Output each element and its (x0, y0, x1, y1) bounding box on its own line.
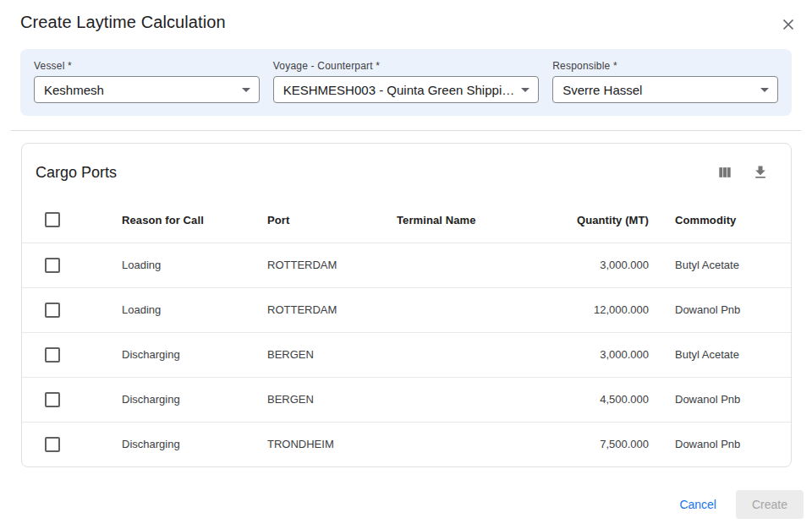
cell-port: TRONDHEIM (267, 422, 397, 466)
table-row: Loading ROTTERDAM 12,000.000 Dowanol Pnb (22, 287, 791, 332)
header-commodity: Commodity (649, 198, 791, 243)
header-quantity-mt: Quantity (MT) (528, 198, 649, 243)
voyage-counterpart-field: Voyage - Counterpart * KESHMESH003 - Qui… (273, 60, 539, 103)
cell-port: ROTTERDAM (267, 243, 397, 287)
cell-port: BERGEN (267, 332, 397, 377)
select-all-checkbox[interactable] (45, 212, 60, 227)
vessel-select[interactable]: Keshmesh (34, 76, 260, 103)
row-checkbox[interactable] (45, 392, 60, 407)
table-row: Discharging BERGEN 3,000.000 Butyl Aceta… (22, 332, 791, 377)
cell-quantity-mt: 7,500.000 (528, 422, 649, 466)
voyage-counterpart-label: Voyage - Counterpart * (273, 60, 539, 72)
section-divider (11, 130, 801, 131)
cancel-button[interactable]: Cancel (666, 490, 730, 519)
cell-reason-for-call: Discharging (122, 377, 267, 422)
cargo-ports-title: Cargo Ports (36, 164, 117, 182)
close-icon[interactable] (778, 14, 798, 35)
cell-terminal-name (397, 287, 528, 332)
cell-commodity: Dowanol Pnb (649, 287, 791, 332)
row-checkbox[interactable] (45, 347, 60, 363)
page-title: Create Laytime Calculation (20, 13, 226, 32)
header-terminal-name: Terminal Name (397, 198, 528, 243)
row-checkbox[interactable] (45, 437, 60, 452)
cell-commodity: Butyl Acetate (649, 243, 791, 287)
cargo-ports-table: Reason for Call Port Terminal Name Quant… (22, 198, 791, 466)
cell-quantity-mt: 3,000.000 (528, 243, 649, 287)
dialog-footer: Cancel Create (0, 467, 812, 519)
cargo-ports-card: Cargo Ports (21, 143, 792, 467)
cell-terminal-name (397, 422, 528, 466)
cargo-ports-header: Cargo Ports (22, 144, 791, 198)
cell-reason-for-call: Loading (122, 243, 267, 287)
cell-port: BERGEN (267, 377, 397, 422)
cell-quantity-mt: 12,000.000 (528, 287, 649, 332)
table-row: Discharging TRONDHEIM 7,500.000 Dowanol … (22, 422, 791, 466)
cell-commodity: Dowanol Pnb (649, 422, 791, 466)
responsible-field: Responsible * Sverre Hassel (552, 60, 778, 103)
responsible-label: Responsible * (552, 60, 778, 72)
cell-reason-for-call: Discharging (122, 422, 267, 466)
vessel-value: Keshmesh (44, 83, 235, 97)
row-checkbox[interactable] (45, 303, 60, 318)
voyage-counterpart-value: KESHMESH003 - Quinta Green Shippi… (283, 83, 514, 97)
cell-terminal-name (397, 243, 528, 287)
table-row: Loading ROTTERDAM 3,000.000 Butyl Acetat… (22, 243, 791, 287)
voyage-counterpart-select[interactable]: KESHMESH003 - Quinta Green Shippi… (273, 76, 539, 103)
cell-reason-for-call: Discharging (122, 332, 267, 377)
responsible-value: Sverre Hassel (562, 83, 754, 97)
chevron-down-icon (521, 88, 529, 92)
create-button[interactable]: Create (736, 490, 804, 519)
cell-quantity-mt: 4,500.000 (528, 377, 649, 422)
responsible-select[interactable]: Sverre Hassel (552, 76, 778, 103)
cell-commodity: Dowanol Pnb (649, 377, 791, 422)
columns-icon[interactable] (716, 164, 733, 181)
table-header-row: Reason for Call Port Terminal Name Quant… (22, 198, 791, 243)
vessel-label: Vessel * (34, 60, 260, 72)
cell-commodity: Butyl Acetate (649, 332, 791, 377)
table-row: Discharging BERGEN 4,500.000 Dowanol Pnb (22, 377, 791, 422)
row-checkbox[interactable] (45, 258, 60, 273)
cell-quantity-mt: 3,000.000 (528, 332, 649, 377)
table-actions (716, 164, 769, 181)
cell-reason-for-call: Loading (122, 287, 267, 332)
download-icon[interactable] (752, 164, 769, 181)
vessel-field: Vessel * Keshmesh (34, 60, 260, 103)
header-port: Port (267, 198, 397, 243)
cell-terminal-name (397, 332, 528, 377)
cell-port: ROTTERDAM (267, 287, 397, 332)
chevron-down-icon (760, 88, 769, 92)
header-reason-for-call: Reason for Call (122, 198, 267, 243)
voyage-form-panel: Vessel * Keshmesh Voyage - Counterpart *… (20, 49, 792, 116)
cell-terminal-name (397, 377, 528, 422)
create-laytime-dialog: Create Laytime Calculation Vessel * Kesh… (0, 0, 812, 519)
chevron-down-icon (242, 88, 250, 92)
dialog-header: Create Laytime Calculation (0, 0, 812, 34)
